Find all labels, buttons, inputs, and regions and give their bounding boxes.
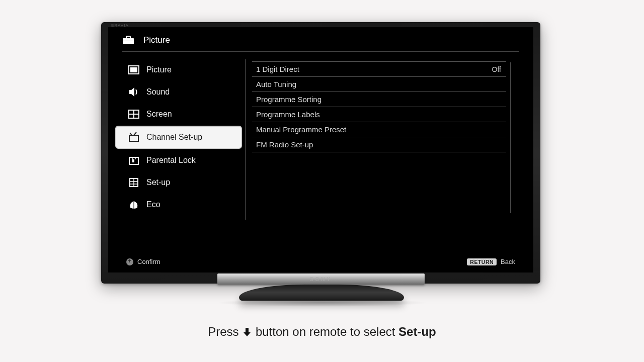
instruction-target: Set-up — [398, 325, 436, 338]
instruction-prefix: Press — [208, 325, 242, 338]
submenu-row-label: 1 Digit Direct — [256, 65, 299, 73]
down-arrow-icon — [243, 326, 251, 340]
svg-rect-13 — [132, 159, 134, 162]
tv-screen: Picture Picture Sound — [108, 27, 533, 273]
submenu-row-label: Programme Labels — [256, 110, 320, 119]
sound-icon — [128, 86, 139, 98]
submenu-row-label: FM Radio Set-up — [256, 140, 313, 149]
sidebar-item-setup[interactable]: Set-up — [115, 172, 242, 193]
tv-brand-label: SONY — [310, 277, 332, 282]
tv-speaker-bar: SONY — [217, 274, 425, 285]
submenu-row-fm-radio-setup[interactable]: FM Radio Set-up — [252, 137, 506, 152]
tv-frame: BRAVIA Picture Picture — [101, 22, 540, 284]
tv-stand-shadow — [216, 299, 428, 307]
confirm-label: Confirm — [137, 258, 160, 265]
dpad-center-icon — [126, 258, 133, 265]
sidebar-item-parental-lock[interactable]: Parental Lock — [115, 150, 242, 171]
sidebar: Picture Sound Screen — [115, 58, 242, 216]
sidebar-item-label: Sound — [146, 87, 170, 97]
submenu-row-programme-sorting[interactable]: Programme Sorting — [252, 92, 506, 107]
sidebar-item-picture[interactable]: Picture — [115, 59, 242, 80]
submenu-row-label: Manual Programme Preset — [256, 125, 346, 134]
vertical-divider — [245, 59, 246, 220]
screen-icon — [128, 109, 139, 120]
lock-icon — [128, 155, 139, 166]
setup-icon — [128, 177, 139, 188]
confirm-hint: Confirm — [126, 258, 160, 265]
footer: Confirm RETURN Back — [126, 258, 515, 265]
sidebar-item-label: Screen — [146, 110, 172, 119]
eco-icon — [128, 199, 139, 210]
sidebar-item-eco[interactable]: Eco — [115, 194, 242, 215]
picture-icon — [128, 64, 139, 75]
channel-icon — [128, 132, 139, 143]
svg-marker-19 — [244, 332, 251, 336]
submenu-row-programme-labels[interactable]: Programme Labels — [252, 107, 506, 122]
toolbox-icon — [122, 35, 134, 45]
header-title: Picture — [143, 35, 170, 45]
submenu-row-value: Off — [492, 65, 501, 73]
back-label: Back — [501, 258, 515, 265]
back-hint: RETURN Back — [467, 258, 515, 265]
content-area: Picture Sound Screen — [115, 57, 526, 247]
submenu-row-label: Auto Tuning — [256, 80, 296, 88]
return-badge: RETURN — [467, 258, 497, 265]
sidebar-item-sound[interactable]: Sound — [115, 81, 242, 103]
instruction-mid: button on remote to select — [256, 325, 398, 338]
sidebar-item-label: Picture — [146, 65, 172, 74]
sidebar-item-channel-setup[interactable]: Channel Set-up — [115, 126, 242, 149]
submenu-row-label: Programme Sorting — [256, 95, 321, 104]
instruction-text: Press button on remote to select Set-up — [0, 325, 644, 340]
submenu-row-manual-programme-preset[interactable]: Manual Programme Preset — [252, 122, 506, 137]
svg-marker-5 — [129, 87, 134, 97]
sidebar-item-label: Parental Lock — [146, 156, 196, 165]
scrollbar[interactable] — [510, 62, 511, 213]
submenu-row-auto-tuning[interactable]: Auto Tuning — [252, 76, 506, 92]
svg-rect-4 — [130, 67, 137, 72]
svg-rect-2 — [123, 41, 134, 41]
submenu-panel: 1 Digit Direct Off Auto Tuning Programme… — [252, 61, 506, 152]
submenu-row-1-digit-direct[interactable]: 1 Digit Direct Off — [252, 61, 506, 76]
sidebar-item-label: Channel Set-up — [146, 133, 202, 142]
sidebar-item-label: Set-up — [146, 178, 170, 187]
sidebar-item-label: Eco — [146, 200, 160, 209]
sidebar-item-screen[interactable]: Screen — [115, 104, 242, 125]
svg-rect-1 — [126, 36, 130, 39]
svg-rect-18 — [246, 328, 249, 333]
svg-rect-9 — [129, 135, 138, 141]
menu-header: Picture — [122, 35, 519, 52]
